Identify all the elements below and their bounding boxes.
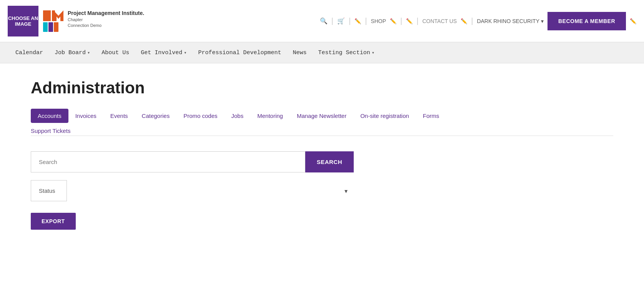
nav-item-jobboard[interactable]: Job Board ▾	[55, 43, 90, 63]
status-wrapper: Status Active Inactive	[31, 180, 354, 201]
divider-2: |	[349, 17, 351, 25]
svg-rect-5	[48, 22, 53, 32]
tab-jobs[interactable]: Jobs	[225, 109, 251, 123]
logo-area: CHOOSE AN IMAGE Project Management Insti…	[8, 6, 144, 36]
search-icon[interactable]: 🔍	[320, 17, 328, 25]
chevron-down-icon: ▾	[184, 50, 186, 56]
edit-icon-2[interactable]: ✏️	[390, 18, 396, 24]
divider-5: |	[416, 17, 418, 25]
export-button[interactable]: EXPORT	[31, 213, 76, 230]
become-member-button[interactable]: BECOME A MEMBER	[547, 12, 626, 30]
tab-support-tickets[interactable]: Support Tickets	[31, 126, 70, 136]
nav-item-news[interactable]: News	[293, 43, 307, 63]
page-title: Administration	[31, 79, 613, 97]
shop-label[interactable]: SHOP	[371, 18, 386, 24]
dark-rhino-label[interactable]: DARK RHINO SECURITY ▾	[477, 18, 544, 24]
divider-6: |	[471, 17, 473, 25]
pmi-logo: Project Management Institute. Chapter Co…	[42, 10, 144, 33]
tab-promo-codes[interactable]: Promo codes	[176, 109, 224, 123]
svg-rect-1	[43, 10, 51, 16]
header-right: 🔍 | 🛒 | ✏️ | SHOP ✏️ | ✏️ | CONTACT US ✏…	[320, 12, 636, 30]
tabs-second-row: Support Tickets	[31, 123, 613, 136]
tab-onsite-registration[interactable]: On-site registration	[353, 109, 416, 123]
tab-categories[interactable]: Categories	[135, 109, 177, 123]
nav-item-aboutus[interactable]: About Us	[102, 43, 129, 63]
search-row: SEARCH	[31, 151, 354, 172]
pmi-icon	[42, 10, 65, 33]
nav-item-profdev[interactable]: Professional Development	[198, 43, 281, 63]
status-row: Status Active Inactive	[31, 180, 354, 201]
edit-icon-5[interactable]: ✏️	[630, 18, 636, 24]
tab-events[interactable]: Events	[103, 109, 135, 123]
edit-icon-3[interactable]: ✏️	[406, 18, 413, 24]
main-content: Administration Accounts Invoices Events …	[0, 63, 644, 245]
nav-item-getinvolved[interactable]: Get Involved ▾	[141, 43, 186, 63]
search-button[interactable]: SEARCH	[305, 151, 354, 172]
edit-icon-4[interactable]: ✏️	[461, 18, 467, 24]
pmi-sub2: Connection Demo	[68, 23, 144, 28]
svg-rect-4	[43, 22, 48, 32]
tabs-area: Accounts Invoices Events Categories Prom…	[31, 109, 613, 136]
cart-icon[interactable]: 🛒	[337, 17, 345, 25]
tab-invoices[interactable]: Invoices	[68, 109, 103, 123]
search-input[interactable]	[31, 151, 305, 172]
chevron-down-icon: ▾	[87, 50, 90, 56]
edit-icon-1[interactable]: ✏️	[354, 18, 361, 24]
pmi-text: Project Management Institute. Chapter Co…	[68, 10, 144, 29]
nav-item-calendar[interactable]: Calendar	[15, 43, 43, 63]
divider-3: |	[365, 17, 367, 25]
tab-manage-newsletter[interactable]: Manage Newsletter	[290, 109, 353, 123]
svg-marker-3	[53, 10, 63, 21]
nav-item-testing[interactable]: Testing Section ▾	[318, 43, 374, 63]
tab-accounts[interactable]: Accounts	[31, 109, 68, 123]
divider-1: |	[331, 17, 333, 25]
pmi-name: Project Management Institute.	[68, 10, 144, 17]
header: CHOOSE AN IMAGE Project Management Insti…	[0, 0, 644, 42]
status-select[interactable]: Status Active Inactive	[31, 180, 67, 201]
chevron-down-icon: ▾	[541, 18, 544, 24]
tab-mentoring[interactable]: Mentoring	[250, 109, 290, 123]
nav-bar: Calendar Job Board ▾ About Us Get Involv…	[0, 42, 644, 63]
tab-forms[interactable]: Forms	[416, 109, 446, 123]
contact-us-label[interactable]: CONTACT US	[422, 18, 457, 24]
pmi-sub1: Chapter	[68, 17, 144, 23]
chevron-down-icon: ▾	[372, 50, 374, 56]
svg-rect-6	[54, 22, 58, 32]
divider-4: |	[400, 17, 402, 25]
choose-image-box[interactable]: CHOOSE AN IMAGE	[8, 6, 38, 36]
